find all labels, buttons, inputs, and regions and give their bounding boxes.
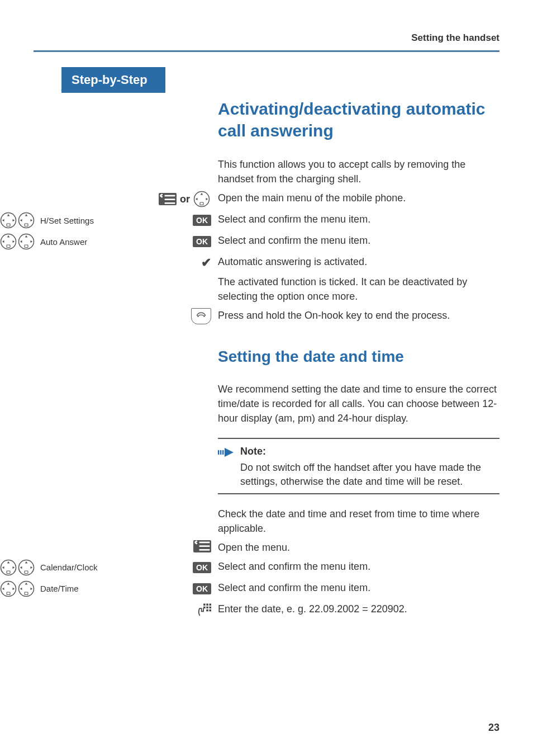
svg-rect-55 (203, 603, 205, 605)
svg-marker-48 (2, 588, 4, 590)
svg-marker-42 (31, 566, 33, 569)
nav-control-icon (0, 559, 17, 576)
svg-rect-39 (7, 571, 10, 574)
step-select-calendar-clock: Select and confirm the menu item. (218, 559, 499, 574)
svg-marker-5 (206, 198, 208, 201)
note-block: Note: Do not switch off the handset afte… (218, 438, 499, 494)
svg-rect-60 (210, 607, 211, 608)
svg-rect-17 (25, 224, 28, 226)
step-select-hset: Select and confirm the menu item. (218, 212, 499, 226)
menu-item-hset-settings: H/Set Settings (36, 216, 189, 225)
page-content: Activating/deactivating automatic call a… (0, 98, 499, 623)
note-title: Note: (240, 445, 499, 459)
section-1-title: Activating/deactivating automatic call a… (218, 98, 499, 141)
svg-rect-58 (203, 607, 205, 608)
svg-rect-22 (7, 245, 10, 248)
note-arrow-icon (218, 445, 240, 489)
svg-rect-61 (206, 609, 208, 611)
nav-control-icon (18, 559, 35, 576)
section-2-intro: We recommend setting the date and time t… (218, 382, 499, 426)
svg-rect-56 (206, 603, 208, 605)
checkmark-icon: ✔ (201, 256, 211, 270)
svg-rect-49 (7, 592, 10, 595)
header-divider (34, 50, 499, 52)
svg-rect-30 (222, 450, 223, 455)
page-header-section: Setting the handset (411, 32, 499, 44)
note-body-text: Do not switch off the handset after you … (240, 461, 499, 489)
svg-marker-52 (31, 588, 33, 590)
svg-marker-43 (20, 566, 22, 569)
step-auto-activated: Automatic answering is activated. (218, 254, 499, 269)
nav-control-icon (0, 580, 17, 597)
keypad-icon (197, 602, 211, 618)
or-label: or (180, 193, 190, 205)
svg-rect-27 (25, 245, 28, 248)
svg-marker-25 (31, 240, 33, 243)
step-enter-date: Enter the date, e. g. 22.09.2002 = 22090… (218, 602, 499, 616)
svg-rect-57 (210, 603, 211, 605)
svg-rect-44 (25, 571, 28, 574)
svg-rect-12 (7, 224, 10, 226)
section-2-title: Setting the date and time (218, 347, 499, 367)
on-hook-key-icon (191, 308, 211, 324)
svg-marker-41 (25, 561, 28, 564)
svg-marker-9 (7, 214, 10, 216)
step-by-step-banner: Step-by-Step (61, 67, 165, 93)
svg-marker-47 (13, 588, 15, 590)
svg-marker-31 (225, 448, 234, 457)
svg-marker-4 (201, 193, 203, 195)
menu-item-auto-answer: Auto Answer (36, 237, 189, 247)
step-open-main-menu: Open the main menu of the mobile phone. (218, 191, 499, 205)
svg-rect-54 (25, 592, 28, 595)
page-number: 23 (488, 722, 499, 734)
step-select-date-time: Select and confirm the menu item. (218, 580, 499, 595)
ok-button: OK (193, 236, 211, 247)
svg-marker-11 (2, 219, 4, 222)
nav-control-icon (18, 580, 35, 597)
svg-marker-14 (25, 214, 28, 216)
nav-control-icon (0, 233, 17, 250)
nav-control-icon (18, 233, 35, 250)
svg-marker-37 (13, 566, 15, 569)
svg-marker-19 (7, 235, 10, 238)
ok-button: OK (193, 215, 211, 226)
ok-button: OK (193, 583, 211, 594)
svg-rect-29 (220, 450, 221, 455)
section-1-intro: This function allows you to accept calls… (218, 157, 499, 186)
svg-marker-21 (2, 240, 4, 243)
svg-marker-24 (25, 235, 28, 238)
svg-marker-38 (2, 566, 4, 569)
ok-button: OK (193, 562, 211, 573)
menu-icon (193, 540, 211, 552)
menu-icon (159, 193, 177, 205)
svg-rect-59 (206, 607, 208, 608)
step-open-menu: Open the menu. (218, 540, 499, 555)
step-ticked-info: The activated function is ticked. It can… (218, 275, 499, 304)
after-note-text: Check the date and time and reset from t… (218, 507, 499, 536)
menu-item-calendar-clock: Calendar/Clock (36, 563, 189, 572)
nav-control-icon (0, 212, 17, 229)
menu-item-date-time: Date/Time (36, 584, 189, 593)
nav-control-icon (193, 191, 210, 207)
svg-marker-36 (7, 561, 10, 564)
svg-marker-26 (20, 240, 22, 243)
svg-rect-28 (218, 450, 219, 455)
svg-marker-16 (20, 219, 22, 222)
svg-marker-15 (31, 219, 33, 222)
svg-marker-53 (20, 588, 22, 590)
svg-marker-46 (7, 583, 10, 585)
step-end-process: Press and hold the On-hook key to end th… (218, 308, 499, 323)
svg-marker-20 (13, 240, 15, 243)
svg-marker-10 (13, 219, 15, 222)
svg-rect-62 (210, 609, 211, 611)
svg-rect-7 (200, 202, 203, 205)
nav-control-icon (18, 212, 35, 229)
step-select-auto-answer: Select and confirm the menu item. (218, 233, 499, 248)
svg-marker-6 (196, 198, 198, 201)
svg-marker-51 (25, 583, 28, 585)
